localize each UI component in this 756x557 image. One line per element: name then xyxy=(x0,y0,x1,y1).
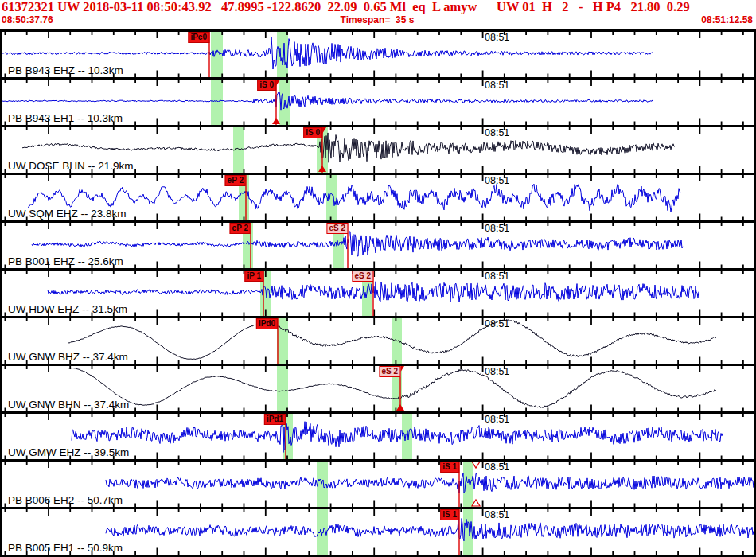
phase-pick-flag[interactable]: eP 2 xyxy=(230,223,251,234)
trace-panel[interactable]: 08:51 PB B005 EH1 -- 50.9km iS 1 xyxy=(0,507,756,555)
phase-pick-flag[interactable]: eS 2 xyxy=(379,366,400,377)
seismogram-waveform xyxy=(22,133,675,162)
trace-panel[interactable]: 08:51 UW GNW BHN -- 37.4km eS 2 xyxy=(0,364,756,411)
pick-triangle-icon xyxy=(272,118,280,124)
pick-triangle-icon xyxy=(396,404,404,411)
trace-panel[interactable]: 08:51 UW GNW BHZ -- 37.4km iPd0 xyxy=(0,316,756,364)
trace-panel[interactable]: 08:51 PB B943 EHZ -- 10.3km iPc0 xyxy=(0,29,756,77)
event-summary-line: 61372321 UW 2018-03-11 08:50:43.92 47.89… xyxy=(2,0,756,14)
station-label: UW HDW EHZ -- 31.5km xyxy=(8,303,127,315)
phase-pick-flag[interactable]: eS 2 xyxy=(352,271,373,282)
time-tick-label: 08:51 xyxy=(485,366,509,377)
panel-border xyxy=(0,29,756,32)
seismogram-waveform xyxy=(106,518,754,540)
phase-pick-flag[interactable]: eS 2 xyxy=(326,223,348,234)
window-start-time: 08:50:37.76 xyxy=(2,14,53,25)
pick-triangle-open-icon xyxy=(472,500,480,506)
seismogram-waveform xyxy=(106,473,754,493)
phase-pick-flag[interactable]: iP 1 xyxy=(244,271,263,282)
seismogram-waveform xyxy=(2,92,653,110)
station-label: UW GMW EHZ -- 39.5km xyxy=(8,446,129,458)
panel-border xyxy=(0,125,756,127)
trace-panel[interactable]: 08:51 PB B943 EH1 -- 10.3km iS 0 xyxy=(0,77,756,125)
time-tick-label: 08:51 xyxy=(485,175,509,186)
seismogram-waveform xyxy=(68,320,716,360)
time-window-row: 08:50:37.76 Timespan= 35 s 08:51:12.58 xyxy=(2,14,753,25)
panel-border xyxy=(0,411,756,414)
phase-pick-flag[interactable]: iS 0 xyxy=(303,127,322,138)
timespan-label: Timespan= 35 s xyxy=(341,14,415,25)
phase-pick-flag[interactable]: iS 0 xyxy=(257,80,276,91)
seismogram-waveform xyxy=(32,232,683,256)
time-tick-label: 08:51 xyxy=(485,80,509,91)
time-tick-label: 08:51 xyxy=(485,127,509,138)
station-label: UW DOSE BHN -- 21.9km xyxy=(8,160,134,172)
time-tick-label: 08:51 xyxy=(485,318,509,329)
station-label: PB B943 EH1 -- 10.3km xyxy=(8,112,123,124)
time-tick-label: 08:51 xyxy=(485,414,509,425)
station-label: UW SQM EHZ -- 23.8km xyxy=(8,208,127,220)
seismogram-waveform xyxy=(72,421,723,452)
trace-panel[interactable]: 08:51 UW DOSE BHN -- 21.9km iS 0 xyxy=(0,125,756,173)
phase-pick-flag[interactable]: iPc0 xyxy=(188,32,209,43)
phase-pick-flag[interactable]: iS 1 xyxy=(440,509,459,520)
station-label: UW GNW BHZ -- 37.4km xyxy=(8,351,128,363)
panel-border xyxy=(0,268,756,271)
panel-border xyxy=(0,459,756,462)
panel-border xyxy=(0,316,756,318)
panel-border xyxy=(0,364,756,366)
pick-triangle-open-icon xyxy=(472,462,480,468)
frame-left-border xyxy=(0,29,2,557)
station-label: PB B005 EH1 -- 50.9km xyxy=(8,542,123,554)
phase-pick-flag[interactable]: iPd1 xyxy=(264,414,286,425)
time-tick-label: 08:51 xyxy=(485,509,509,520)
station-label: PB B943 EHZ -- 10.3km xyxy=(8,64,123,76)
time-tick-label: 08:51 xyxy=(485,32,509,43)
pick-triangle-icon xyxy=(318,166,326,172)
time-tick-label: 08:51 xyxy=(485,271,509,282)
trace-panel[interactable]: 08:51 UW GMW EHZ -- 39.5km iPd1 xyxy=(0,411,756,459)
station-label: UW GNW BHN -- 37.4km xyxy=(8,399,129,411)
phase-pick-flag[interactable]: iS 1 xyxy=(440,462,459,473)
header: 61372321 UW 2018-03-11 08:50:43.92 47.89… xyxy=(0,0,756,29)
station-label: PB B001 EHZ -- 25.6km xyxy=(8,255,123,267)
time-tick-label: 08:51 xyxy=(485,462,509,473)
phase-pick-flag[interactable]: iPd0 xyxy=(256,318,278,329)
trace-panel[interactable]: 08:51 UW HDW EHZ -- 31.5km iP 1eS 2 xyxy=(0,268,756,316)
trace-panel[interactable]: 08:51 UW SQM EHZ -- 23.8km eP 2 xyxy=(0,173,756,220)
panel-border xyxy=(0,77,756,80)
panel-border xyxy=(0,173,756,175)
phase-pick-flag[interactable]: eP 2 xyxy=(225,175,246,186)
window-end-time: 08:51:12.58 xyxy=(701,14,753,25)
seismic-review-window: 61372321 UW 2018-03-11 08:50:43.92 47.89… xyxy=(0,0,756,557)
trace-panel[interactable]: 08:51 PB B001 EHZ -- 25.6km eP 2eS 2 xyxy=(0,220,756,268)
panel-border xyxy=(0,220,756,223)
trace-panel[interactable]: 08:51 PB B006 EH2 -- 50.7km iS 1 xyxy=(0,459,756,507)
panel-border xyxy=(0,507,756,509)
station-label: PB B006 EH2 -- 50.7km xyxy=(8,494,123,506)
time-tick-label: 08:51 xyxy=(485,223,509,234)
